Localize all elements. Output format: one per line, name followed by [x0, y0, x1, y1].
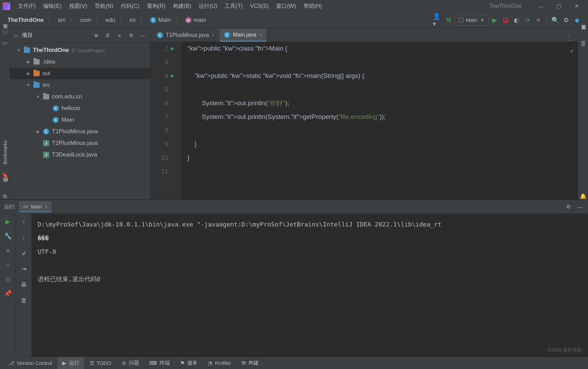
tree-item[interactable]: CMain: [10, 114, 150, 126]
breadcrumb-project[interactable]: TheThirdOne: [6, 17, 45, 24]
menu-tools[interactable]: 工具(T): [221, 1, 246, 11]
window-minimize-icon[interactable]: —: [533, 0, 550, 12]
btab-problems[interactable]: ⊘问题: [117, 357, 144, 369]
hide-run-icon[interactable]: —: [576, 203, 584, 211]
code-editor[interactable]: 2▶34▶567891011 "kw">public "kw">class "f…: [150, 42, 578, 200]
btab-todo[interactable]: ☰TODO: [85, 357, 116, 369]
folder-icon[interactable]: ▭: [2, 40, 8, 46]
hide-sidebar-icon[interactable]: —: [138, 31, 147, 40]
rerun-icon[interactable]: ▶: [3, 217, 13, 227]
bookmark-icon[interactable]: 🔖: [2, 172, 9, 178]
menu-vcs[interactable]: VCS(S): [247, 2, 272, 11]
menu-navigate[interactable]: 导航(N): [91, 1, 117, 11]
menu-window[interactable]: 窗口(W): [273, 1, 299, 11]
trash-icon[interactable]: 🗑: [19, 296, 29, 305]
chevron-down-icon[interactable]: ▼: [16, 48, 21, 53]
menu-run[interactable]: 运行(U): [195, 1, 220, 11]
tab-main[interactable]: C Main.java ×: [219, 29, 266, 42]
menu-refactor[interactable]: 重构(R): [144, 1, 169, 11]
sidebar-settings-icon[interactable]: ⚙: [127, 31, 135, 40]
down-arrow-icon[interactable]: ↓: [19, 233, 29, 242]
build-hammer-icon[interactable]: ⚒: [444, 15, 453, 25]
tree-item[interactable]: JT2PlusMinus.java: [10, 137, 150, 149]
tree-twisty-icon[interactable]: ▶: [36, 129, 40, 134]
expand-all-icon[interactable]: ⇵: [104, 31, 112, 40]
menu-file[interactable]: 文件(F): [14, 1, 39, 11]
wrap-icon[interactable]: ↲: [19, 248, 29, 258]
close-tab-icon[interactable]: ×: [259, 32, 262, 38]
tree-item[interactable]: ▶.idea: [10, 56, 150, 68]
project-tree[interactable]: ▼ TheThirdOne E:\JavaProject ▶.idea▶out▼…: [10, 43, 150, 200]
tree-item[interactable]: ▼src: [10, 79, 150, 91]
breadcrumb-cn[interactable]: cn: [128, 17, 137, 24]
menu-edit[interactable]: 编辑(E): [40, 1, 65, 11]
close-run-tab-icon[interactable]: ×: [45, 204, 48, 209]
settings-icon[interactable]: ⚙: [561, 15, 571, 25]
menu-code[interactable]: 代码(C): [117, 1, 143, 11]
run-tab-main[interactable]: ▭ Main ×: [19, 201, 52, 212]
breadcrumb-method[interactable]: mmain: [184, 17, 208, 24]
btab-profiler[interactable]: ◔Profiler: [203, 357, 236, 369]
tree-item[interactable]: ▼com.edu.cn: [10, 91, 150, 102]
tree-item[interactable]: ▶CT1PlusMinus.java: [10, 126, 150, 137]
menu-build[interactable]: 构建(B): [170, 1, 195, 11]
line-gutter[interactable]: 2▶34▶567891011: [150, 42, 174, 200]
run-settings-icon[interactable]: ⚙: [564, 203, 572, 211]
btab-services[interactable]: ⚑服务: [175, 357, 202, 369]
user-dropdown-icon[interactable]: 👤▾: [433, 15, 442, 25]
target-icon[interactable]: ⊕: [92, 31, 100, 40]
debug-button[interactable]: 🐞: [501, 15, 510, 25]
tree-twisty-icon[interactable]: ▶: [26, 71, 31, 76]
stop-icon[interactable]: ■: [3, 246, 13, 255]
tree-twisty-icon[interactable]: ▶: [26, 59, 31, 64]
print-icon[interactable]: 🖶: [19, 280, 29, 289]
window-close-icon[interactable]: ✕: [568, 0, 585, 12]
coverage-button[interactable]: ◐: [512, 15, 521, 25]
project-tool-tab[interactable]: 项目: [2, 30, 8, 34]
skull-icon[interactable]: ☠: [3, 260, 13, 270]
btab-build[interactable]: ⚒构建: [237, 357, 264, 369]
tabs-more-icon[interactable]: ⋮: [561, 33, 578, 42]
inspection-ok-icon[interactable]: ✔: [570, 44, 574, 58]
tree-item[interactable]: ▶out: [10, 68, 150, 79]
bell-icon[interactable]: 🔔: [580, 193, 587, 200]
tab-t1plusminus[interactable]: C T1PlusMinus.java ×: [152, 29, 219, 42]
database-tool-tab[interactable]: 数据库: [580, 31, 586, 36]
breadcrumb-edu[interactable]: edu: [104, 17, 117, 24]
breadcrumb-com[interactable]: com: [79, 17, 92, 24]
window-maximize-icon[interactable]: ▢: [550, 0, 567, 12]
bookmarks-tool-tab[interactable]: Bookmarks: [2, 138, 8, 166]
fold-column[interactable]: [174, 42, 181, 200]
db-icon[interactable]: 🗄: [580, 41, 586, 47]
tree-item[interactable]: Chellooo: [10, 102, 150, 114]
layout-icon[interactable]: ▤: [3, 274, 13, 284]
structure-icon[interactable]: ⧉: [3, 193, 7, 200]
breadcrumb-class[interactable]: CMain: [149, 17, 172, 24]
tree-twisty-icon[interactable]: ▼: [36, 94, 40, 99]
search-icon[interactable]: 🔍: [550, 15, 560, 25]
code-content[interactable]: "kw">public "kw">class "fn">Main { "kw">…: [181, 42, 578, 200]
pin-icon[interactable]: 📌: [3, 289, 13, 298]
menu-view[interactable]: 视图(V): [66, 1, 91, 11]
breadcrumb-src[interactable]: src: [57, 17, 67, 24]
collapse-all-icon[interactable]: ≡: [115, 31, 123, 40]
btab-run[interactable]: ▶运行: [57, 357, 84, 369]
project-toggle-icon[interactable]: ▭: [14, 32, 18, 39]
wrench-icon[interactable]: 🔧: [3, 231, 13, 241]
profile-button[interactable]: ⟳: [523, 15, 532, 25]
stop-button[interactable]: ■: [534, 15, 543, 25]
tree-root[interactable]: ▼ TheThirdOne E:\JavaProject: [10, 44, 150, 56]
run-config-selector[interactable]: Main ▼: [455, 15, 489, 26]
btab-terminal[interactable]: ⌨终端: [145, 357, 175, 369]
run-button[interactable]: ▶: [490, 15, 499, 25]
tree-twisty-icon[interactable]: ▼: [26, 83, 31, 87]
tree-item[interactable]: JT3DeadLock.java: [10, 149, 150, 161]
up-arrow-icon[interactable]: ↑: [19, 217, 29, 227]
menu-help[interactable]: 帮助(H): [300, 1, 325, 11]
structure-tool-tab[interactable]: 结构: [2, 184, 8, 188]
btab-vcs[interactable]: ⎇Version Control: [3, 357, 57, 369]
scroll-icon[interactable]: ⇥: [19, 264, 29, 274]
close-tab-icon[interactable]: ×: [212, 32, 214, 38]
console-output[interactable]: D:\myProSof\Java\jdk-18.0.1.1\bin\java.e…: [31, 214, 588, 357]
more-plugins-icon[interactable]: ◆: [572, 15, 582, 25]
